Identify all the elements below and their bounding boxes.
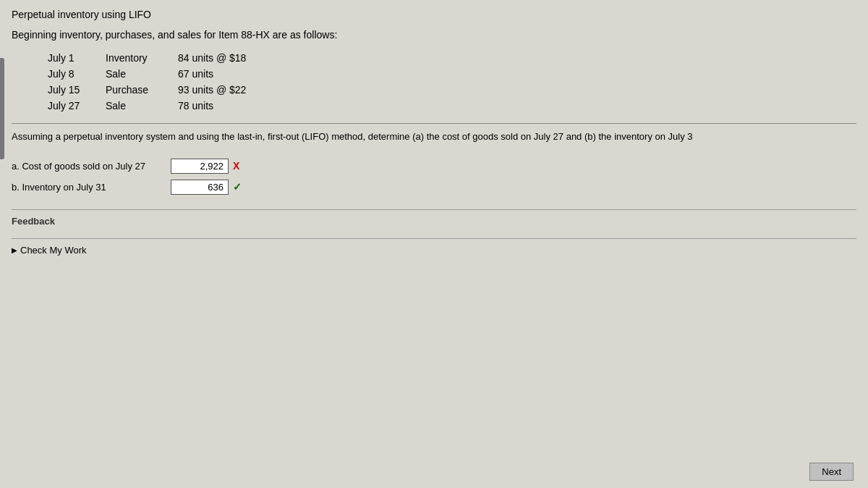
list-item: July 1 Inventory 84 units @ $18 bbox=[48, 52, 856, 64]
next-button[interactable]: Next bbox=[809, 463, 854, 481]
detail-cell: 78 units bbox=[178, 100, 213, 112]
assumption-text: Assuming a perpetual inventory system an… bbox=[12, 123, 856, 144]
left-bar bbox=[0, 58, 4, 159]
list-item: July 8 Sale 67 units bbox=[48, 68, 856, 80]
feedback-section: Feedback Check My Work bbox=[12, 216, 856, 256]
detail-cell: 84 units @ $18 bbox=[178, 52, 246, 64]
answer-section: a. Cost of goods sold on July 27 X b. In… bbox=[12, 159, 856, 195]
date-cell: July 1 bbox=[48, 52, 106, 64]
inventory-table: July 1 Inventory 84 units @ $18 July 8 S… bbox=[48, 52, 856, 112]
answer-row-a: a. Cost of goods sold on July 27 X bbox=[12, 159, 856, 174]
answer-a-input[interactable] bbox=[171, 159, 229, 174]
date-cell: July 8 bbox=[48, 68, 106, 80]
divider bbox=[12, 209, 856, 210]
answer-b-status: ✓ bbox=[233, 181, 242, 193]
detail-cell: 67 units bbox=[178, 68, 213, 80]
answer-a-status: X bbox=[233, 160, 239, 172]
type-cell: Sale bbox=[106, 68, 178, 80]
type-cell: Purchase bbox=[106, 84, 178, 96]
feedback-label: Feedback bbox=[12, 216, 856, 227]
date-cell: July 27 bbox=[48, 100, 106, 112]
answer-b-input[interactable] bbox=[171, 180, 229, 195]
check-my-work-link[interactable]: Check My Work bbox=[12, 245, 856, 256]
detail-cell: 93 units @ $22 bbox=[178, 84, 246, 96]
answer-a-label: a. Cost of goods sold on July 27 bbox=[12, 161, 171, 172]
list-item: July 27 Sale 78 units bbox=[48, 100, 856, 112]
type-cell: Sale bbox=[106, 100, 178, 112]
page-title: Perpetual inventory using LIFO bbox=[12, 9, 856, 20]
bottom-nav: Next bbox=[809, 463, 854, 481]
answer-b-label: b. Inventory on July 31 bbox=[12, 182, 171, 193]
list-item: July 15 Purchase 93 units @ $22 bbox=[48, 84, 856, 96]
main-content: Perpetual inventory using LIFO Beginning… bbox=[0, 0, 868, 488]
intro-text: Beginning inventory, purchases, and sale… bbox=[12, 29, 856, 41]
date-cell: July 15 bbox=[48, 84, 106, 96]
type-cell: Inventory bbox=[106, 52, 178, 64]
feedback-divider bbox=[12, 238, 856, 239]
answer-row-b: b. Inventory on July 31 ✓ bbox=[12, 180, 856, 195]
